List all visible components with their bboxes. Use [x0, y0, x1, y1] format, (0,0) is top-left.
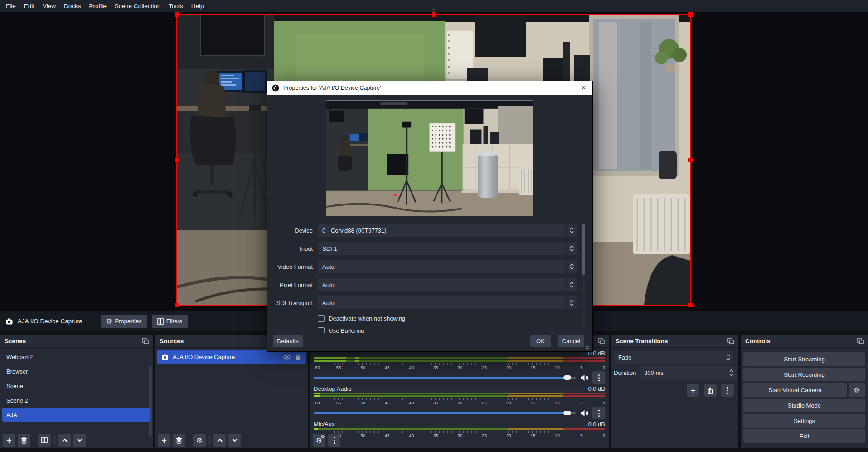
menu-docks[interactable]: Docks	[60, 3, 85, 10]
remove-scene-button[interactable]	[18, 434, 30, 447]
chevron-up-icon	[217, 438, 223, 442]
chevron-down-icon	[77, 438, 83, 442]
start-virtual-camera-button[interactable]: Start Virtual Camera	[743, 383, 847, 397]
spinner-arrows-icon[interactable]	[566, 278, 577, 291]
volume-slider[interactable]	[314, 377, 576, 379]
plus-icon: +	[161, 436, 166, 445]
menu-scene-collection[interactable]: Scene Collection	[111, 3, 165, 10]
move-scene-down-button[interactable]	[73, 434, 86, 447]
volume-meter	[314, 428, 605, 430]
spinner-arrows-icon[interactable]	[723, 351, 733, 364]
controls-panel-title: Controls	[745, 338, 771, 345]
properties-button[interactable]: ⚙ Properties	[101, 315, 147, 328]
device-select[interactable]: 0 - Corvid88 (00T97731)	[318, 224, 577, 237]
scene-item[interactable]: Browser	[2, 364, 151, 379]
dialog-scroll-area: Device 0 - Corvid88 (00T97731) Input SDI…	[267, 95, 592, 333]
start-streaming-button[interactable]: Start Streaming	[743, 352, 865, 366]
spinner-arrows-icon[interactable]	[566, 242, 577, 255]
lock-icon[interactable]	[295, 354, 301, 360]
mixer-channel-value: 0.0 dB	[588, 385, 605, 392]
db-scale: -60-55-50-45-40-35-30-25-20-15-10-50	[314, 398, 605, 406]
camera-icon	[161, 354, 169, 360]
menu-edit[interactable]: Edit	[20, 3, 39, 10]
visibility-eye-icon[interactable]	[283, 355, 291, 360]
mixer-channel-name: Mic/Aux	[314, 421, 335, 428]
transition-menu-button[interactable]	[721, 384, 734, 397]
filters-icon	[157, 318, 164, 325]
dialog-scrollbar-thumb[interactable]	[582, 224, 585, 275]
studio-mode-button[interactable]: Studio Mode	[743, 399, 865, 412]
use-buffering-checkbox[interactable]	[318, 327, 325, 334]
gear-icon: ⚙	[196, 437, 202, 444]
scenes-scrollbar[interactable]	[149, 365, 152, 437]
scene-item[interactable]: Scene	[2, 379, 151, 393]
start-recording-button[interactable]: Start Recording	[743, 368, 865, 381]
scene-filters-button[interactable]	[38, 434, 51, 447]
scene-item[interactable]: Scene 2	[2, 393, 151, 408]
gear-icon: ⚙	[854, 387, 860, 394]
plus-icon: +	[690, 386, 695, 395]
remove-transition-button[interactable]	[704, 384, 717, 397]
menu-view[interactable]: View	[39, 3, 60, 10]
chevron-down-icon	[232, 438, 238, 442]
ok-button[interactable]: OK	[530, 335, 551, 347]
add-transition-button[interactable]: +	[687, 384, 699, 397]
controls-popout-icon[interactable]	[856, 337, 865, 345]
duration-label: Duration	[614, 369, 636, 376]
video-format-select[interactable]: Auto	[318, 260, 577, 273]
mixer-settings-button[interactable]: ⚙	[313, 434, 325, 447]
speaker-icon[interactable]	[580, 410, 588, 417]
resize-grip-icon[interactable]	[585, 345, 590, 350]
channel-menu-button[interactable]	[592, 371, 605, 384]
remove-source-button[interactable]	[173, 434, 185, 447]
move-scene-up-button[interactable]	[58, 434, 71, 447]
menu-help[interactable]: Help	[187, 3, 208, 10]
spinner-arrows-icon[interactable]	[727, 369, 736, 376]
pixel-format-select[interactable]: Auto	[318, 278, 577, 291]
spinner-arrows-icon[interactable]	[566, 224, 577, 237]
spinner-arrows-icon[interactable]	[566, 260, 577, 273]
settings-button[interactable]: Settings	[743, 414, 865, 428]
add-scene-button[interactable]: +	[3, 434, 15, 447]
virtual-camera-config-button[interactable]: ⚙	[849, 383, 865, 397]
speaker-icon[interactable]	[580, 374, 588, 381]
mixer-menu-button[interactable]	[328, 434, 340, 447]
duration-spinbox[interactable]: 300 ms	[640, 366, 736, 379]
mixer-popout-icon[interactable]	[596, 337, 606, 345]
scene-item-selected[interactable]: AJA	[2, 408, 151, 422]
volume-slider-handle[interactable]	[563, 375, 571, 380]
menu-profile[interactable]: Profile	[85, 3, 111, 10]
db-scale: -60-55-50-45-40-35-30-25-20-15-10-50	[314, 431, 605, 438]
deactivate-checkbox-row: Deactivate when not showing	[318, 315, 592, 322]
device-preview-image	[326, 100, 533, 216]
menu-file[interactable]: File	[2, 3, 20, 10]
volume-slider[interactable]	[314, 412, 576, 414]
kebab-icon	[334, 440, 335, 441]
move-source-up-button[interactable]	[213, 434, 226, 447]
filters-button[interactable]: Filters	[152, 315, 188, 328]
transitions-popout-icon[interactable]	[726, 337, 735, 345]
deactivate-checkbox[interactable]	[318, 315, 325, 322]
transition-select[interactable]: Fade	[614, 351, 733, 364]
trash-icon	[176, 437, 182, 444]
spinner-arrows-icon[interactable]	[566, 296, 577, 309]
menu-tools[interactable]: Tools	[165, 3, 187, 10]
add-source-button[interactable]: +	[158, 434, 170, 447]
defaults-button[interactable]: Defaults	[273, 335, 303, 347]
controls-panel: Controls Start Streaming Start Recording…	[741, 335, 868, 448]
scenes-panel: Scenes Webcam2 Browser Scene Scene 2 AJA…	[0, 335, 153, 448]
sdi-transport-select[interactable]: Auto	[318, 296, 577, 309]
input-select[interactable]: SDI 1	[318, 242, 577, 255]
channel-menu-button[interactable]	[592, 407, 605, 419]
close-icon[interactable]: ×	[580, 83, 588, 92]
move-source-down-button[interactable]	[228, 434, 241, 447]
volume-slider-handle[interactable]	[563, 411, 571, 415]
exit-button[interactable]: Exit	[743, 429, 865, 443]
gear-icon: ⚙	[106, 318, 112, 325]
cancel-button[interactable]: Cancel	[558, 335, 584, 347]
scenes-popout-icon[interactable]	[141, 337, 150, 345]
dialog-scrollbar[interactable]	[582, 224, 585, 332]
scene-item[interactable]: Webcam2	[2, 350, 151, 364]
source-properties-button[interactable]: ⚙	[193, 434, 206, 447]
use-buffering-checkbox-row: Use Buffering	[318, 327, 592, 333]
